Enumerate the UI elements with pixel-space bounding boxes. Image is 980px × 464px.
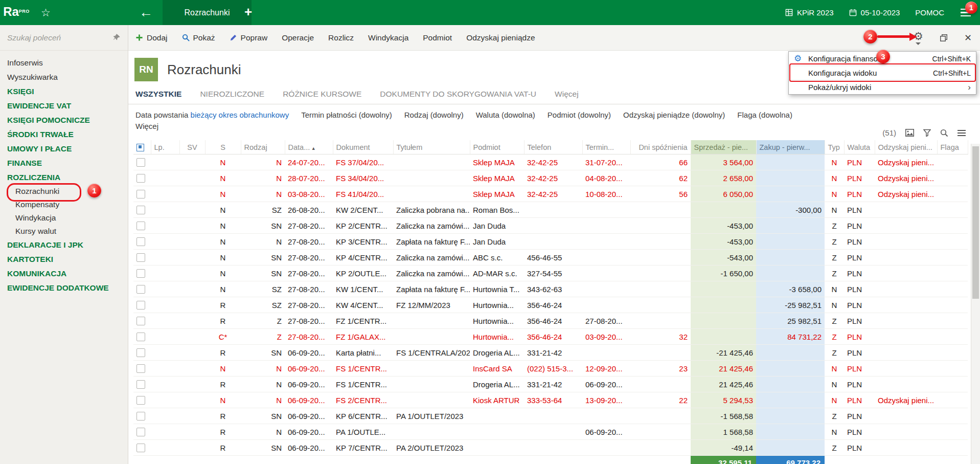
row-checkbox[interactable]: [136, 317, 145, 325]
filter-value[interactable]: bieżący okres obrachunkowy: [191, 111, 289, 119]
row-checkbox[interactable]: [136, 301, 145, 310]
sidebar-item-finanse[interactable]: FINANSE: [0, 156, 128, 170]
row-checkbox[interactable]: [136, 444, 145, 452]
filter-value[interactable]: (dowolny): [359, 111, 392, 119]
cell-odzyskaj[interactable]: Odzyskaj pieni...: [875, 154, 937, 170]
column-header-rodzaj[interactable]: Rodzaj: [241, 140, 285, 154]
view-tab-nierozliczone[interactable]: NIEROZLICZONE: [200, 90, 264, 99]
table-row[interactable]: NSZ27-08-20...KW 1/CENT...Zapłata na fak…: [133, 281, 968, 297]
menu-item-pokaż-ukryj-widoki[interactable]: Pokaż/ukryj widoki›: [789, 80, 976, 94]
view-tab-więcej[interactable]: Więcej: [555, 90, 579, 99]
filter-flaga[interactable]: Flaga (dowolna): [737, 111, 792, 119]
vertical-scrollbar[interactable]: [971, 144, 980, 464]
row-checkbox[interactable]: [136, 396, 145, 405]
table-row[interactable]: RSN06-09-20...Karta płatni...FS 1/CENTRA…: [133, 345, 968, 361]
sidebar-item-księgi-pomocnicze[interactable]: KSIĘGI POMOCNICZE: [0, 113, 128, 127]
command-search-input[interactable]: Szukaj poleceń: [0, 25, 128, 51]
column-header-s[interactable]: S: [205, 140, 241, 154]
column-header-dokument[interactable]: Dokument: [333, 140, 393, 154]
favorites-star-icon[interactable]: ☆: [41, 7, 51, 19]
sidebar-item-komunikacja[interactable]: KOMUNIKACJA: [0, 267, 128, 281]
column-header-data[interactable]: Data... ▲: [285, 140, 333, 154]
filter-value[interactable]: (dowolna): [502, 111, 535, 119]
view-tab-dokumenty-do-skorygowania-vat-u[interactable]: DOKUMENTY DO SKORYGOWANIA VAT-U: [380, 90, 536, 99]
filter-funnel-icon[interactable]: [923, 129, 931, 137]
toolbar-button-pokaż[interactable]: Pokaż: [182, 33, 215, 42]
restore-window-icon[interactable]: [940, 34, 948, 42]
row-checkbox[interactable]: [136, 269, 145, 278]
column-header-telefon[interactable]: Telefon: [524, 140, 582, 154]
scrollbar-thumb[interactable]: [972, 146, 979, 299]
column-header-podmiot[interactable]: Podmiot: [470, 140, 524, 154]
toolbar-button-dodaj[interactable]: Dodaj: [135, 33, 168, 42]
filter-value[interactable]: (dowolny): [578, 111, 611, 119]
row-checkbox[interactable]: [136, 237, 145, 246]
help-button[interactable]: POMOC: [915, 8, 944, 17]
sidebar-item-kompensaty[interactable]: Kompensaty: [0, 198, 128, 211]
table-row[interactable]: C*Z27-08-20...FZ 1/GALAX...Hurtownia...3…: [133, 329, 968, 345]
pin-icon[interactable]: [113, 34, 121, 41]
filters-more-link[interactable]: Więcej: [135, 122, 166, 130]
sidebar-item-rozliczenia[interactable]: ROZLICZENIA: [0, 170, 128, 185]
table-row[interactable]: NSN27-08-20...KP 4/CENTR...Zaliczka na z…: [133, 250, 968, 266]
sidebar-item-rozrachunki[interactable]: Rozrachunki: [0, 185, 128, 198]
filter-podmiot[interactable]: Podmiot (dowolny): [548, 111, 611, 119]
toolbar-button-operacje[interactable]: Operacje: [282, 33, 314, 42]
table-row[interactable]: NN27-08-20...KP 3/CENTR...Zapłata na fak…: [133, 234, 968, 250]
row-checkbox[interactable]: [136, 364, 145, 373]
row-checkbox[interactable]: [136, 380, 145, 389]
row-checkbox[interactable]: [136, 348, 145, 357]
column-header-zakup[interactable]: Zakup - pierw...: [756, 140, 825, 154]
sidebar-item-ewidencje-vat[interactable]: EWIDENCJE VAT: [0, 99, 128, 113]
column-header-sel[interactable]: [133, 140, 151, 154]
table-row[interactable]: NSN27-08-20...KP 2/CENTR...Zaliczka na z…: [133, 218, 968, 234]
cell-odzyskaj[interactable]: Odzyskaj pieni...: [875, 186, 937, 202]
column-header-termin[interactable]: Termin...: [582, 140, 630, 154]
filter-value[interactable]: (dowolna): [759, 111, 792, 119]
app-logo[interactable]: RaPRO: [0, 0, 33, 26]
row-checkbox[interactable]: [136, 285, 145, 294]
view-tab-różnice-kursowe[interactable]: RÓŻNICE KURSOWE: [283, 90, 361, 99]
date-selector[interactable]: 05-10-2023: [849, 8, 900, 17]
row-checkbox[interactable]: [136, 222, 145, 230]
table-row[interactable]: NN06-09-20...FS 2/CENTR...Kiosk ARTUR333…: [133, 392, 968, 408]
table-row[interactable]: NSN27-08-20...KP 2/OUTLE...Zaliczka na z…: [133, 266, 968, 281]
list-menu-icon[interactable]: [958, 130, 966, 136]
filter-odzyskaj-pieniądze[interactable]: Odzyskaj pieniądze (dowolny): [623, 111, 725, 119]
column-header-sv[interactable]: SV: [179, 140, 205, 154]
filter-termin-płatności[interactable]: Termin płatności (dowolny): [301, 111, 392, 119]
table-row[interactable]: RSZ27-08-20...KW 4/CENT...FZ 12/MM/2023H…: [133, 297, 968, 313]
period-selector[interactable]: KPiR 2023: [785, 8, 834, 17]
table-row[interactable]: RN06-09-20...FS 1/CENTR...Drogeria AL...…: [133, 377, 968, 392]
sidebar-item-ewidencje-dodatkowe[interactable]: EWIDENCJE DODATKOWE: [0, 281, 128, 295]
row-checkbox[interactable]: [136, 333, 145, 341]
menu-item-konfiguracja-widoku[interactable]: Konfiguracja widokuCtrl+Shift+L: [789, 65, 976, 80]
column-header-flaga[interactable]: Flaga: [937, 140, 968, 154]
toolbar-button-windykacja[interactable]: Windykacja: [368, 33, 408, 42]
row-checkbox[interactable]: [136, 190, 145, 198]
column-header-odzyskaj[interactable]: Odzyskaj pieni...: [875, 140, 937, 154]
window-tab-rozrachunki[interactable]: Rozrachunki: [163, 0, 252, 25]
sidebar-item-infoserwis[interactable]: Infoserwis: [0, 56, 128, 70]
table-row[interactable]: NN28-07-20...FS 34/04/20...Sklep MAJA32-…: [133, 170, 968, 186]
row-checkbox[interactable]: [136, 253, 145, 262]
sidebar-item-windykacja[interactable]: Windykacja: [0, 211, 128, 225]
table-row[interactable]: NN06-09-20...FS 1/CENTR...InsCard SA(022…: [133, 361, 968, 377]
sidebar-item-księgi[interactable]: KSIĘGI: [0, 84, 128, 99]
column-header-tytulem[interactable]: Tytułem: [393, 140, 470, 154]
table-row[interactable]: RSN06-09-20...KP 6/CENTR...PA 1/OUTLET/2…: [133, 408, 968, 424]
cell-odzyskaj[interactable]: Odzyskaj pieni...: [875, 392, 937, 408]
toolbar-button-odzyskaj-pieniądze[interactable]: Odzyskaj pieniądze: [466, 33, 535, 42]
row-checkbox[interactable]: [136, 158, 145, 167]
back-arrow-icon[interactable]: ←: [139, 0, 153, 25]
table-row[interactable]: NN24-07-20...FS 37/04/20...Sklep MAJA32-…: [133, 154, 968, 170]
filter-waluta[interactable]: Waluta (dowolna): [476, 111, 535, 119]
table-row[interactable]: RZ27-08-20...FZ 1/CENTR...Hurtownia...35…: [133, 313, 968, 329]
sidebar-item-wyszukiwarka[interactable]: Wyszukiwarka: [0, 70, 128, 84]
sidebar-item-umowy-i-płace[interactable]: UMOWY I PŁACE: [0, 142, 128, 156]
view-tab-wszystkie[interactable]: WSZYSTKIE: [135, 90, 181, 99]
toolbar-button-podmiot[interactable]: Podmiot: [423, 33, 452, 42]
filter-value[interactable]: (dowolny): [692, 111, 725, 119]
row-checkbox[interactable]: [136, 174, 145, 183]
column-header-dni[interactable]: Dni spóźnienia: [630, 140, 691, 154]
